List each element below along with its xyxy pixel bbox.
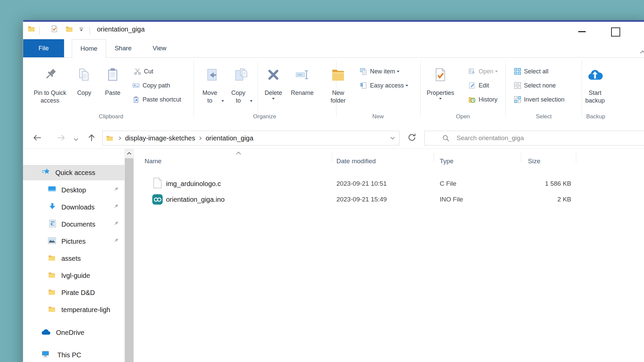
copy-path-label: Copy path xyxy=(143,82,170,89)
invert-selection-button[interactable]: Invert selection xyxy=(514,94,565,105)
move-to-button[interactable]: Move to xyxy=(197,62,227,105)
refresh-icon[interactable] xyxy=(408,133,416,143)
breadcrumb-chevron-icon[interactable] xyxy=(199,136,202,140)
history-label: History xyxy=(479,96,497,103)
edit-button[interactable]: Edit xyxy=(469,80,489,91)
ribbon-tabs: File Home Share View xyxy=(23,39,644,57)
address-row: display-image-sketches orientation_giga xyxy=(23,123,644,148)
titlebar[interactable]: orientation_giga xyxy=(23,22,644,39)
sort-ascending-chevron-icon[interactable] xyxy=(236,150,241,156)
rename-button[interactable]: Rename xyxy=(287,62,317,97)
column-header-name[interactable]: Name xyxy=(145,158,162,165)
minimize-ribbon-chevron-icon[interactable] xyxy=(640,49,644,55)
up-icon[interactable] xyxy=(87,133,96,143)
delete-button[interactable]: Delete xyxy=(258,62,288,100)
copy-path-button[interactable]: Copy path xyxy=(132,80,170,91)
qat-properties-icon[interactable] xyxy=(51,25,58,34)
copy-button[interactable]: Copy xyxy=(69,62,99,97)
file-name[interactable]: orientation_giga.ino xyxy=(166,196,225,203)
pin-to-quick-access-label: Pin to Quick access xyxy=(33,89,67,105)
file-type: INO File xyxy=(440,196,463,203)
sidebar-item-onedrive[interactable]: OneDrive xyxy=(23,325,124,340)
arduino-ino-file-icon xyxy=(152,194,163,205)
scroll-up-icon[interactable] xyxy=(124,149,134,158)
sidebar-item-documents[interactable]: Documents xyxy=(23,217,124,232)
open-caret-icon xyxy=(495,71,498,72)
column-header-size[interactable]: Size xyxy=(528,158,540,165)
start-backup-button[interactable]: Start backup xyxy=(580,62,610,105)
paste-button[interactable]: Paste xyxy=(98,62,128,97)
history-icon xyxy=(469,96,476,103)
sidebar-item-assets[interactable]: assets xyxy=(23,251,124,266)
sidebar-item-temperature-light[interactable]: temperature-ligh xyxy=(23,302,124,317)
forward-icon[interactable] xyxy=(56,134,65,143)
recent-locations-chevron-icon[interactable] xyxy=(73,136,78,142)
back-icon[interactable] xyxy=(33,134,42,143)
paste-shortcut-label: Paste shortcut xyxy=(143,96,181,103)
explorer-window: orientation_giga File Home Share View Pi… xyxy=(23,20,644,362)
search-box[interactable] xyxy=(424,131,644,145)
sidebar-item-label: OneDrive xyxy=(56,329,84,337)
breadcrumb-segment[interactable]: display-image-sketches xyxy=(125,134,195,142)
group-divider xyxy=(505,60,506,117)
group-divider xyxy=(194,60,194,117)
paste-shortcut-icon xyxy=(132,96,140,103)
sidebar-item-pirate-dd[interactable]: Pirate D&D xyxy=(23,285,124,300)
file-name[interactable]: img_arduinologo.c xyxy=(166,180,221,188)
tab-home[interactable]: Home xyxy=(72,39,106,58)
clipboard-group-label: Clipboard xyxy=(99,113,123,120)
column-divider[interactable] xyxy=(521,153,521,162)
select-all-button[interactable]: Select all xyxy=(514,66,548,77)
folder-icon xyxy=(48,271,56,280)
file-date-modified: 2023-09-21 10:51 xyxy=(336,180,387,187)
file-date-modified: 2023-09-21 15:49 xyxy=(336,196,387,203)
select-all-icon xyxy=(514,68,521,75)
sidebar-item-lvgl-guide[interactable]: lvgl-guide xyxy=(23,268,124,283)
paste-shortcut-button[interactable]: Paste shortcut xyxy=(132,94,181,105)
sidebar-item-pictures[interactable]: Pictures xyxy=(23,234,124,249)
sidebar-item-label: assets xyxy=(61,255,81,262)
new-item-caret-icon xyxy=(397,71,399,72)
qat-customize-caret-icon[interactable] xyxy=(79,27,84,33)
group-divider xyxy=(420,60,421,117)
copy-to-button[interactable]: Copy to xyxy=(225,62,256,105)
sidebar-item-this-pc[interactable]: This PC xyxy=(23,347,124,362)
edit-icon xyxy=(469,82,476,89)
address-dropdown-chevron-icon[interactable] xyxy=(390,136,395,140)
minimize-button[interactable] xyxy=(578,31,586,32)
column-header-date-modified[interactable]: Date modified xyxy=(336,158,376,165)
properties-button[interactable]: Properties xyxy=(425,62,456,100)
pin-to-quick-access-button[interactable]: Pin to Quick access xyxy=(32,62,68,105)
qat-new-folder-icon[interactable] xyxy=(65,25,73,34)
paste-icon xyxy=(98,62,128,87)
new-item-button[interactable]: New item xyxy=(360,66,399,77)
new-folder-label: New folder xyxy=(328,89,348,105)
column-divider[interactable] xyxy=(576,153,576,162)
file-row[interactable]: img_arduinologo.c 2023-09-21 10:51 C Fil… xyxy=(23,176,644,191)
maximize-button[interactable] xyxy=(611,27,620,37)
pin-icon xyxy=(113,238,119,245)
tab-file[interactable]: File xyxy=(23,39,64,57)
new-folder-button[interactable]: New folder xyxy=(323,62,353,105)
backup-cloud-icon xyxy=(580,62,610,87)
history-button[interactable]: History xyxy=(469,94,497,105)
properties-caret-icon xyxy=(439,98,442,100)
window-title: orientation_giga xyxy=(97,25,145,33)
open-button[interactable]: Open xyxy=(469,66,498,77)
search-input[interactable] xyxy=(456,134,644,142)
select-none-button[interactable]: Select none xyxy=(514,80,556,91)
column-header-type[interactable]: Type xyxy=(440,158,453,165)
breadcrumb[interactable]: display-image-sketches orientation_giga xyxy=(102,131,399,145)
ribbon-home: Pin to Quick access Copy Paste Cut Copy … xyxy=(23,57,644,124)
easy-access-button[interactable]: Easy access xyxy=(360,80,408,91)
tab-view[interactable]: View xyxy=(147,39,172,57)
copy-to-label: Copy to xyxy=(229,89,248,105)
breadcrumb-chevron-icon[interactable] xyxy=(118,136,122,140)
tab-share[interactable]: Share xyxy=(111,39,135,57)
column-divider[interactable] xyxy=(332,153,332,162)
column-divider[interactable] xyxy=(434,153,434,162)
file-row[interactable]: orientation_giga.ino 2023-09-21 15:49 IN… xyxy=(23,192,644,207)
cut-button[interactable]: Cut xyxy=(134,66,153,77)
breadcrumb-segment[interactable]: orientation_giga xyxy=(206,134,253,142)
delete-label: Delete xyxy=(265,89,282,97)
